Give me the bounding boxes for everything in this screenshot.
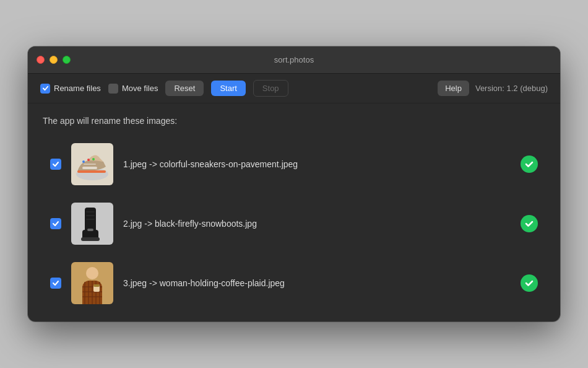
file-1-success-icon	[521, 156, 538, 173]
maximize-button[interactable]	[63, 56, 71, 64]
move-files-checkbox[interactable]	[108, 84, 118, 94]
file-2-rename: 2.jpg -> black-firefly-snowboots.jpg	[123, 219, 511, 229]
svg-rect-4	[77, 170, 106, 173]
svg-rect-13	[86, 215, 95, 216]
file-3-checkbox[interactable]	[50, 278, 61, 289]
app-window: sort.photos Rename files Move files Rese…	[28, 46, 560, 322]
thumbnail-2	[71, 203, 113, 245]
stop-button[interactable]: Stop	[253, 80, 288, 97]
window-title: sort.photos	[274, 55, 314, 64]
file-2-success-icon	[521, 215, 538, 232]
svg-point-17	[86, 267, 98, 279]
traffic-lights	[37, 56, 71, 64]
svg-rect-2	[82, 167, 97, 169]
svg-rect-12	[86, 211, 95, 212]
rename-files-label: Rename files	[54, 84, 101, 93]
rename-files-checkbox[interactable]	[40, 84, 50, 94]
file-1-rename: 1.jpeg -> colorful-sneakers-on-pavement.…	[123, 159, 511, 169]
close-button[interactable]	[37, 56, 45, 64]
version-label: Version: 1.2 (debug)	[475, 84, 548, 93]
table-row: 1.jpeg -> colorful-sneakers-on-pavement.…	[43, 138, 545, 190]
file-list: 1.jpeg -> colorful-sneakers-on-pavement.…	[43, 138, 545, 309]
toolbar: Rename files Move files Reset Start Stop…	[28, 74, 560, 103]
thumbnail-1	[71, 143, 113, 185]
description-text: The app will rename these images:	[43, 116, 545, 126]
content-area: The app will rename these images:	[28, 103, 560, 322]
titlebar: sort.photos	[28, 46, 560, 74]
move-files-label: Move files	[122, 84, 158, 93]
svg-point-6	[87, 159, 90, 161]
minimize-button[interactable]	[50, 56, 58, 64]
help-button[interactable]: Help	[438, 81, 469, 96]
table-row: 2.jpg -> black-firefly-snowboots.jpg	[43, 198, 545, 250]
svg-rect-11	[81, 237, 100, 241]
svg-rect-14	[86, 219, 95, 220]
file-2-checkbox[interactable]	[50, 218, 61, 229]
file-3-rename: 3.jpeg -> woman-holding-coffee-plaid.jpe…	[123, 278, 511, 288]
svg-rect-15	[87, 229, 93, 231]
start-button[interactable]: Start	[211, 81, 245, 96]
reset-button[interactable]: Reset	[165, 81, 204, 96]
rename-files-group[interactable]: Rename files	[40, 84, 101, 94]
svg-point-7	[92, 158, 95, 160]
svg-point-5	[82, 160, 85, 163]
thumbnail-3	[71, 262, 113, 304]
move-files-group[interactable]: Move files	[108, 84, 158, 94]
toolbar-right: Help Version: 1.2 (debug)	[438, 81, 548, 96]
file-1-checkbox[interactable]	[50, 159, 61, 170]
svg-rect-27	[93, 284, 100, 287]
svg-rect-3	[84, 164, 96, 165]
file-3-success-icon	[521, 274, 538, 292]
table-row: 3.jpeg -> woman-holding-coffee-plaid.jpe…	[43, 257, 545, 309]
